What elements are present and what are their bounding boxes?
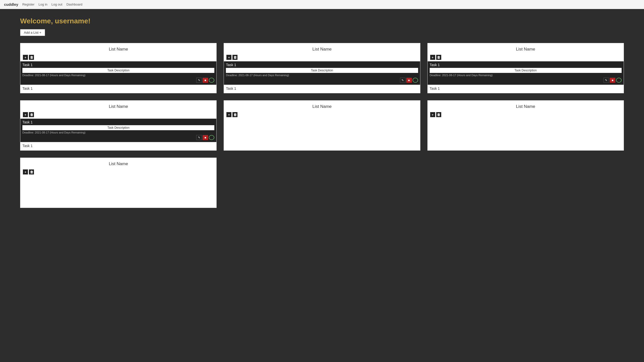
list-card-7: List Name + 🗑 bbox=[20, 158, 217, 208]
nav-login[interactable]: Log in bbox=[38, 3, 47, 6]
task-complete-button[interactable] bbox=[209, 135, 214, 140]
task-description: Task Description bbox=[430, 68, 622, 73]
list-scrollable: Task 1 Task Description Deadline: 2021-0… bbox=[224, 61, 420, 92]
task-description: Task Description bbox=[226, 68, 418, 73]
list-scrollable: Task 1 Task Description Deadline: 2021-0… bbox=[20, 119, 216, 149]
list-card-5: List Name + 🗑 bbox=[224, 100, 420, 151]
task-name: Task 1 bbox=[22, 63, 214, 67]
task-item: Task 1 Task Description Deadline: 2021-0… bbox=[20, 119, 216, 142]
list-card-title: List Name bbox=[20, 43, 216, 54]
navbar-brand: cuddley bbox=[4, 2, 18, 7]
task-item: Task 1 Task Description Deadline: 2021-0… bbox=[20, 61, 216, 85]
task-name: Task 1 bbox=[430, 63, 622, 67]
welcome-title: Welcome, username! bbox=[20, 17, 624, 25]
task-complete-button[interactable] bbox=[413, 78, 418, 83]
list-card-3: List Name + 🗑 Task 1 Task Description De… bbox=[427, 43, 624, 93]
task-complete-button[interactable] bbox=[616, 78, 622, 83]
main-content: Welcome, username! Add a List + List Nam… bbox=[0, 9, 644, 216]
task-edit-button[interactable]: ✎ bbox=[196, 78, 202, 83]
task-edit-button[interactable]: ✎ bbox=[603, 78, 609, 83]
list-delete-button[interactable]: 🗑 bbox=[29, 169, 34, 174]
task-edit-button[interactable]: ✎ bbox=[400, 78, 406, 83]
nav-dashboard[interactable]: Dashboard bbox=[66, 3, 83, 6]
list-add-task-button[interactable]: + bbox=[226, 55, 231, 60]
task-below: Task 1 bbox=[20, 85, 216, 92]
task-below: Task 1 bbox=[20, 142, 216, 149]
list-delete-button[interactable]: 🗑 bbox=[232, 112, 237, 117]
task-buttons: ✎ ■ bbox=[430, 78, 622, 84]
list-delete-button[interactable]: 🗑 bbox=[436, 112, 441, 117]
list-add-task-button[interactable]: + bbox=[23, 55, 28, 60]
list-delete-button[interactable]: 🗑 bbox=[436, 55, 441, 60]
list-delete-button[interactable]: 🗑 bbox=[232, 55, 237, 60]
lists-grid: List Name + 🗑 Task 1 Task Description De… bbox=[20, 43, 624, 208]
navbar: cuddley Register Log in Log out Dashboar… bbox=[0, 0, 644, 9]
task-complete-button[interactable] bbox=[209, 78, 214, 83]
list-add-task-button[interactable]: + bbox=[430, 112, 435, 117]
list-card-actions: + 🗑 bbox=[428, 111, 624, 119]
task-item: Task 1 Task Description Deadline: 2021-0… bbox=[224, 61, 420, 85]
nav-register[interactable]: Register bbox=[22, 3, 34, 6]
task-buttons: ✎ ■ bbox=[22, 135, 214, 141]
task-buttons: ✎ ■ bbox=[226, 78, 418, 84]
list-scrollable: Task 1 Task Description Deadline: 2021-0… bbox=[20, 61, 216, 92]
list-card-2: List Name + 🗑 Task 1 Task Description De… bbox=[224, 43, 420, 93]
nav-logout[interactable]: Log out bbox=[52, 3, 62, 6]
list-add-task-button[interactable]: + bbox=[23, 112, 28, 117]
task-delete-button[interactable]: ■ bbox=[203, 135, 208, 140]
list-delete-button[interactable]: 🗑 bbox=[29, 112, 34, 117]
list-card-actions: + 🗑 bbox=[428, 54, 624, 61]
list-add-task-button[interactable]: + bbox=[226, 112, 231, 117]
task-below: Task 1 bbox=[224, 85, 420, 92]
task-buttons: ✎ ■ bbox=[22, 78, 214, 84]
list-scrollable: Task 1 Task Description Deadline: 2021-0… bbox=[428, 61, 624, 92]
task-deadline: Deadline: 2021-08-17 (Hours and Days Rem… bbox=[22, 131, 214, 134]
task-name: Task 1 bbox=[22, 120, 214, 124]
task-name: Task 1 bbox=[226, 63, 418, 67]
list-add-task-button[interactable]: + bbox=[430, 55, 435, 60]
task-description: Task Description bbox=[22, 125, 214, 130]
list-card-title: List Name bbox=[428, 101, 624, 111]
list-card-title: List Name bbox=[428, 43, 624, 54]
list-add-task-button[interactable]: + bbox=[23, 169, 28, 174]
list-delete-button[interactable]: 🗑 bbox=[29, 55, 34, 60]
list-card-title: List Name bbox=[224, 101, 420, 111]
task-deadline: Deadline: 2021-08-17 (Hours and Days Rem… bbox=[22, 74, 214, 77]
list-card-title: List Name bbox=[20, 158, 216, 168]
list-card-actions: + 🗑 bbox=[224, 54, 420, 61]
task-edit-button[interactable]: ✎ bbox=[196, 135, 202, 140]
list-card-1: List Name + 🗑 Task 1 Task Description De… bbox=[20, 43, 217, 93]
task-delete-button[interactable]: ■ bbox=[610, 78, 615, 83]
add-list-button[interactable]: Add a List + bbox=[20, 29, 45, 36]
task-description: Task Description bbox=[22, 68, 214, 73]
list-card-4: List Name + 🗑 Task 1 Task Description De… bbox=[20, 100, 217, 151]
list-card-actions: + 🗑 bbox=[20, 54, 216, 61]
list-card-actions: + 🗑 bbox=[224, 111, 420, 119]
task-below: Task 1 bbox=[428, 85, 624, 92]
list-card-title: List Name bbox=[20, 101, 216, 111]
task-deadline: Deadline: 2021-08-17 (Hours and Days Rem… bbox=[430, 74, 622, 77]
task-item: Task 1 Task Description Deadline: 2021-0… bbox=[428, 61, 624, 85]
list-card-actions: + 🗑 bbox=[20, 168, 216, 176]
task-delete-button[interactable]: ■ bbox=[406, 78, 412, 83]
task-deadline: Deadline: 2021-08-17 (Hours and Days Rem… bbox=[226, 74, 418, 77]
list-card-actions: + 🗑 bbox=[20, 111, 216, 119]
list-card-6: List Name + 🗑 bbox=[427, 100, 624, 151]
task-delete-button[interactable]: ■ bbox=[203, 78, 208, 83]
list-card-title: List Name bbox=[224, 43, 420, 54]
